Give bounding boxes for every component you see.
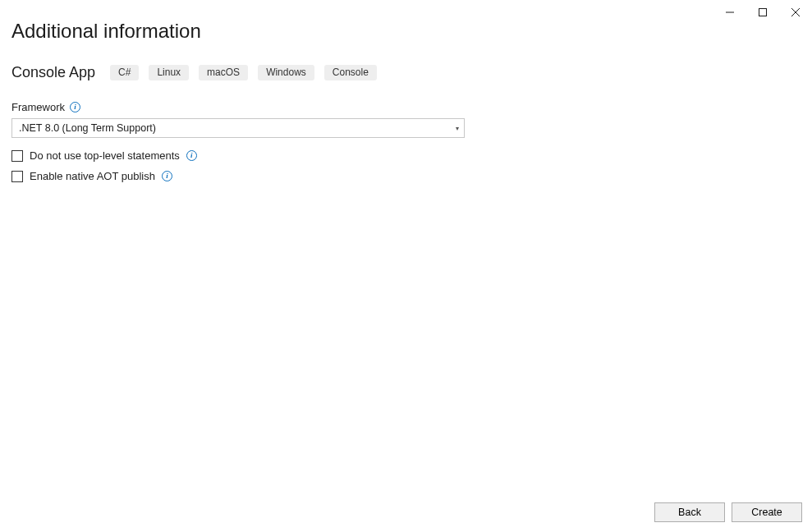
main-content: Additional information Console App C# Li…: [11, 20, 801, 190]
minimize-icon: [726, 8, 734, 16]
create-button[interactable]: Create: [732, 502, 802, 522]
chevron-down-icon: ▾: [456, 125, 459, 132]
footer-buttons: Back Create: [654, 502, 802, 522]
tag-macos: macOS: [199, 65, 248, 80]
subtitle-row: Console App C# Linux macOS Windows Conso…: [11, 64, 801, 81]
checkbox-toplevel[interactable]: [11, 150, 23, 162]
info-icon[interactable]: i: [186, 150, 197, 161]
svg-rect-1: [759, 9, 767, 16]
tag-linux: Linux: [149, 65, 189, 80]
tag-windows: Windows: [258, 65, 314, 80]
close-icon: [791, 8, 800, 16]
framework-dropdown[interactable]: .NET 8.0 (Long Term Support) ▾: [11, 118, 465, 138]
framework-label-row: Framework i: [11, 101, 801, 113]
tag-console: Console: [324, 65, 377, 80]
page-title: Additional information: [11, 20, 801, 43]
info-icon[interactable]: i: [162, 171, 172, 181]
framework-label: Framework: [11, 101, 65, 113]
project-type-title: Console App: [11, 64, 95, 81]
maximize-icon: [759, 8, 767, 16]
back-button[interactable]: Back: [654, 502, 725, 522]
checkbox-aot-label: Enable native AOT publish: [30, 170, 155, 182]
checkbox-aot[interactable]: [11, 171, 23, 182]
checkbox-row-toplevel: Do not use top-level statements i: [11, 149, 801, 162]
checkbox-toplevel-label: Do not use top-level statements: [30, 149, 180, 162]
info-icon[interactable]: i: [70, 102, 80, 112]
framework-selected-value: .NET 8.0 (Long Term Support): [19, 122, 156, 134]
tag-csharp: C#: [110, 65, 139, 80]
checkbox-row-aot: Enable native AOT publish i: [11, 170, 801, 182]
